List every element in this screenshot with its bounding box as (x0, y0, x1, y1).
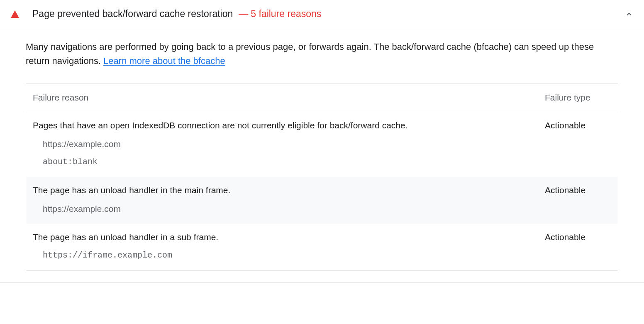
table-body: Pages that have an open IndexedDB connec… (26, 112, 618, 270)
failure-url: https://iframe.example.com (43, 250, 611, 261)
bfcache-audit-panel: Page prevented back/forward cache restor… (0, 0, 644, 283)
table-header: Failure reason Failure type (26, 83, 618, 112)
failure-count-label: 5 failure reasons (251, 8, 321, 20)
table-row-head: The page has an unload handler in the ma… (33, 185, 611, 195)
panel-header[interactable]: Page prevented back/forward cache restor… (0, 0, 644, 28)
failure-urls: https://example.comabout:blank (33, 138, 611, 167)
failure-urls: https://example.com (33, 203, 611, 215)
failure-reason: The page has an unload handler in a sub … (33, 232, 545, 242)
failure-url: about:blank (43, 156, 611, 168)
table-row: The page has an unload handler in the ma… (26, 177, 618, 224)
failure-reason: Pages that have an open IndexedDB connec… (33, 120, 545, 130)
failure-table: Failure reason Failure type Pages that h… (26, 83, 618, 271)
panel-body: Many navigations are performed by going … (0, 28, 644, 282)
column-header-type: Failure type (545, 93, 611, 103)
table-row-head: The page has an unload handler in a sub … (33, 232, 611, 242)
chevron-up-icon[interactable] (625, 10, 633, 18)
failure-urls: https://iframe.example.com (33, 250, 611, 261)
column-header-reason: Failure reason (33, 93, 545, 103)
table-row-head: Pages that have an open IndexedDB connec… (33, 120, 611, 130)
failure-url: https://example.com (43, 203, 611, 215)
warning-triangle-icon (11, 10, 19, 18)
failure-url: https://example.com (43, 138, 611, 150)
table-row: The page has an unload handler in a sub … (26, 224, 618, 270)
panel-title: Page prevented back/forward cache restor… (32, 8, 233, 20)
table-row: Pages that have an open IndexedDB connec… (26, 112, 618, 177)
failure-reason: The page has an unload handler in the ma… (33, 185, 545, 195)
panel-description: Many navigations are performed by going … (26, 40, 618, 68)
failure-type: Actionable (545, 120, 611, 130)
separator-dash: — (239, 8, 248, 20)
failure-type: Actionable (545, 185, 611, 195)
failure-type: Actionable (545, 232, 611, 242)
learn-more-link[interactable]: Learn more about the bfcache (103, 56, 225, 66)
